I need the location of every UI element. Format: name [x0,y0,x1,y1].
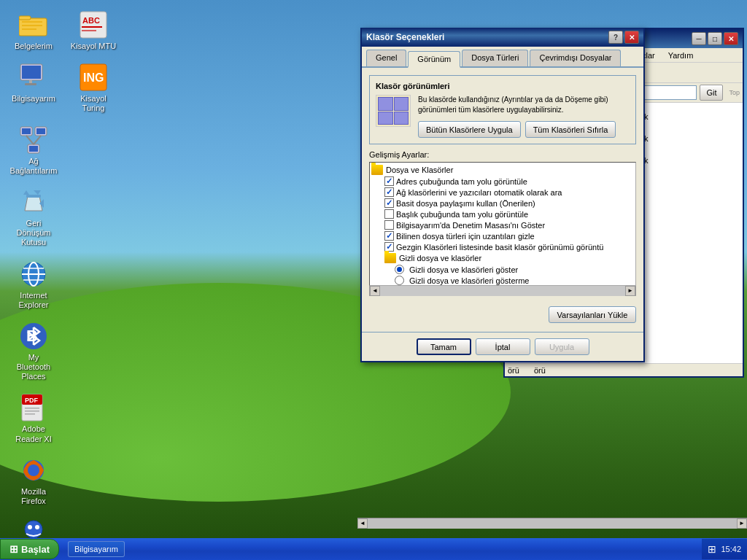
tree-item-gizli-gosterme[interactable]: Gizli dosya ve klasörleri gösterme [371,275,634,286]
preview-cell-2 [394,97,409,111]
tree-item-dosya-klasorler: Dosya ve Klasörler [371,164,634,176]
apply-all-folders-button[interactable]: Bütün Klasörlere Uygula [418,121,521,138]
dialog-title: Klasör Seçenekleri [366,32,608,42]
clock: 15:42 [721,545,741,553]
dialog-titlebar-buttons: ? ✕ [608,31,639,44]
tree-item-gezgin[interactable]: ✓ Gezgin Klasörleri listesinde basit kla… [371,241,634,252]
tree-checkbox-basit[interactable]: ✓ [384,198,394,208]
apply-button[interactable]: Uygula [535,338,589,355]
tree-label-baslik: Başlık çubuğunda tam yolu görüntüle [396,210,528,219]
tree-scroll-right[interactable]: ► [625,286,635,296]
ok-button[interactable]: Tamam [417,338,471,355]
defaults-btn-row: Varsayılanları Yükle [369,306,636,323]
klasor-secenekleri-dialog: Klasör Seçenekleri ? ✕ Genel Görünüm Dos… [360,28,645,362]
tab-genel[interactable]: Genel [366,50,406,66]
tree-label-gezgin: Gezgin Klasörleri listesinde basit klasö… [396,243,603,252]
tree-radio-gizli-goster[interactable] [395,265,404,274]
tree-folder-icon-0 [371,165,383,175]
tree-item-bilgisayarim-denetim[interactable]: Bilgisayarım'da Denetim Masası'nı Göster [371,219,634,230]
tree-item-gizli-folder: Gizli dosya ve klasörler [371,252,634,264]
tree-radio-gizli-gosterme[interactable] [395,276,404,285]
dialog-close-button[interactable]: ✕ [624,31,639,44]
start-label: Başlat [21,544,50,555]
dialog-tabs: Genel Görünüm Dosya Türleri Çevrimdışı D… [362,47,643,68]
reset-all-folders-button[interactable]: Tüm Klasörleri Sıfırla [525,121,616,138]
tree-label-basit: Basit dosya paylaşımı kullan (Önerilen) [396,199,535,208]
tab-gorunum[interactable]: Görünüm [408,51,460,68]
tree-scroll-track [380,286,625,296]
folder-preview-section: Bu klasörde kullandığınız (Ayrıntılar ya… [376,95,630,138]
windows-logo-icon: ⊞ [9,543,18,555]
tree-label-bilgisayarim-denetim: Bilgisayarım'da Denetim Masası'nı Göster [396,221,545,230]
preview-cell-3 [378,112,393,125]
taskbar-items: Bilgisayarım [65,541,702,557]
folder-view-buttons: Bütün Klasörlere Uygula Tüm Klasörleri S… [418,121,630,138]
start-button[interactable]: ⊞ Başlat [0,539,59,559]
taskbar: ⊞ Başlat Bilgisayarım ⊞ 15:42 [0,538,747,560]
tree-item-baslik[interactable]: Başlık çubuğunda tam yolu görüntüle [371,209,634,219]
preview-cell-1 [378,97,393,111]
tree-label-gizli-goster: Gizli dosya ve klasörleri göster [409,265,518,274]
tree-item-basit-paylasim[interactable]: ✓ Basit dosya paylaşımı kullan (Önerilen… [371,198,634,209]
defaults-button[interactable]: Varsayılanları Yükle [549,306,636,323]
cancel-button[interactable]: İptal [476,338,530,355]
tree-item-ag-klasorleri[interactable]: ✓ Ağ klasörlerini ve yazıcıları otomatik… [371,187,634,198]
folder-views-group: Klasör görünümleri Bu klasörde kullandığ… [369,75,636,144]
dialog-footer: Tamam İptal Uygula [362,332,643,361]
tree-item-gizli-goster[interactable]: Gizli dosya ve klasörleri göster [371,264,634,275]
tree-folder-icon-gizli [384,253,396,263]
tree-label-adres: Adres çubuğunda tam yolu görüntüle [396,177,527,186]
dialog-help-button[interactable]: ? [608,31,623,44]
folder-views-desc-area: Bu klasörde kullandığınız (Ayrıntılar ya… [418,95,630,138]
advanced-label: Gelişmiş Ayarlar: [369,150,636,159]
tree-folder-label-gizli: Gizli dosya ve klasörler [399,254,481,262]
windows-flag-icon: ⊞ [708,543,716,555]
tree-checkbox-adres[interactable]: ✓ [384,176,394,186]
folder-views-title: Klasör görünümleri [376,82,630,90]
tab-dosya-turleri[interactable]: Dosya Türleri [462,50,528,66]
dialog-content: Klasör görünümleri Bu klasörde kullandığ… [362,68,643,303]
dialog-overlay: Klasör Seçenekleri ? ✕ Genel Görünüm Dos… [0,0,747,560]
advanced-section: Gelişmiş Ayarlar: Dosya ve Klasörler ✓ A… [369,150,636,296]
folder-preview-icon [376,95,411,127]
tree-label-ag: Ağ klasörlerini ve yazıcıları otomatik o… [396,188,562,197]
taskbar-tray: ⊞ 15:42 [702,539,747,559]
taskbar-explorer-item[interactable]: Bilgisayarım [68,541,125,557]
tree-item-adres[interactable]: ✓ Adres çubuğunda tam yolu görüntüle [371,176,634,187]
tree-h-scrollbar: ◄ ► [369,286,636,296]
tree-label-gizli-gosterme: Gizli dosya ve klasörleri gösterme [409,276,529,285]
tree-item-bilinen-dosya[interactable]: ✓ Bilinen dosya türleri için uzantıları … [371,230,634,241]
preview-cell-4 [394,112,409,125]
dialog-titlebar: Klasör Seçenekleri ? ✕ [362,28,643,47]
tree-checkbox-baslik[interactable] [384,209,394,219]
tab-cevrimdisi-dosyalar[interactable]: Çevrimdışı Dosyalar [530,50,621,66]
tree-folder-label-0: Dosya ve Klasörler [386,166,453,174]
tree-label-bilinen: Bilinen dosya türleri için uzantıları gi… [396,232,535,241]
tree-checkbox-bilgisayarim[interactable] [384,220,394,230]
tree-checkbox-ag[interactable]: ✓ [384,187,394,197]
defaults-section: Varsayılanları Yükle [362,303,643,332]
taskbar-item-label: Bilgisayarım [74,545,118,553]
folder-views-desc: Bu klasörde kullandığınız (Ayrıntılar ya… [418,95,630,115]
tree-checkbox-bilinen[interactable]: ✓ [384,231,394,241]
desktop: Belgelerim ABC Kisayol MTU [0,0,747,560]
tree-scroll-left[interactable]: ◄ [370,286,380,296]
advanced-tree[interactable]: Dosya ve Klasörler ✓ Adres çubuğunda tam… [369,162,636,286]
